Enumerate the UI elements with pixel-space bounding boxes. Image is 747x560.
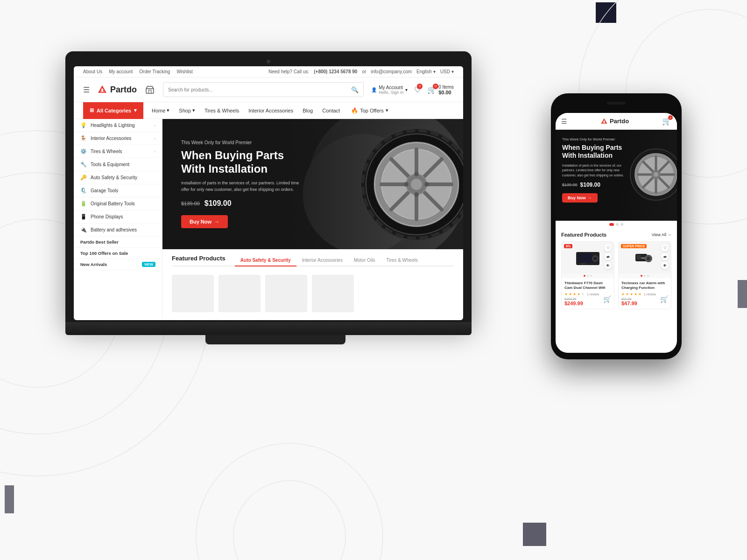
sidebar-item-battery-adhesives[interactable]: 🔌 Battery and adhesives xyxy=(74,224,162,237)
cart-button[interactable]: 🛒 0 0 Items $0.00 xyxy=(427,84,454,95)
dot-3[interactable] xyxy=(620,223,623,226)
phone-hero-new-price: $109.00 xyxy=(580,182,600,188)
dot-1[interactable] xyxy=(609,223,614,226)
phone-product-card-2[interactable]: SUPER PRICE ♡ ⇄ 👁 xyxy=(618,241,671,309)
tab-interior[interactable]: Interior Accessories xyxy=(296,255,348,266)
tab-motor-oils[interactable]: Motor Oils xyxy=(348,255,381,266)
phone-product-img-1: 8% ♡ ⇄ 👁 xyxy=(562,242,614,273)
tab-auto-safety[interactable]: Auto Safety & Security xyxy=(235,255,296,266)
phone-product-card-1[interactable]: 8% ♡ ⇄ 👁 xyxy=(561,241,614,309)
compare-action-1[interactable]: ⇄ xyxy=(604,253,612,260)
sidebar-phone-label: Phone Displays xyxy=(91,214,123,219)
nav-top-offers[interactable]: 🔥 Top Offers ▾ xyxy=(347,102,392,119)
nav-blog[interactable]: Blog xyxy=(299,102,317,119)
phone-logo-icon xyxy=(600,118,608,125)
nav-interior[interactable]: Interior Accessories xyxy=(245,102,297,119)
fire-icon: 🔥 xyxy=(351,107,358,114)
hero-cta-label: Buy Now xyxy=(190,219,211,224)
add-to-cart-1[interactable]: 🛒 xyxy=(603,295,611,303)
sidebar-tires-label: Tires & Wheels xyxy=(91,149,122,154)
product-card-placeholder-4[interactable] xyxy=(312,275,354,312)
product-card-placeholder-3[interactable] xyxy=(265,275,307,312)
svg-point-43 xyxy=(594,257,597,260)
hero-description: Installation of parts in the services of… xyxy=(181,180,303,193)
product-card-placeholder-2[interactable] xyxy=(218,275,261,312)
sidebar-item-tires[interactable]: ⚙️ Tires & Wheels › xyxy=(74,145,162,158)
view-action-1[interactable]: 👁 xyxy=(604,262,612,269)
star-icon: ★ xyxy=(630,292,633,296)
nav-home[interactable]: Home▾ xyxy=(148,102,173,119)
search-button[interactable]: 🔍 xyxy=(351,86,359,93)
arrow-right-icon: → xyxy=(214,219,219,224)
phone-cart-button[interactable]: 🛒 1 xyxy=(662,117,671,126)
phone-cart-badge: 1 xyxy=(668,115,673,120)
garage-icon: 🗜️ xyxy=(80,188,87,194)
svg-rect-41 xyxy=(578,253,592,263)
phone-logo[interactable]: Partdo xyxy=(600,118,629,125)
site-topbar: About Us My account Order Tracking Wishl… xyxy=(74,66,463,77)
topbar-order[interactable]: Order Tracking xyxy=(139,69,170,74)
svg-rect-30 xyxy=(604,120,605,123)
store-icon[interactable] xyxy=(144,84,155,95)
star-icon: ★ xyxy=(634,292,637,296)
add-to-cart-2[interactable]: 🛒 xyxy=(660,295,668,303)
phone-hero-cta-button[interactable]: Buy Now → xyxy=(562,193,598,203)
view-action-2[interactable]: 👁 xyxy=(661,262,669,269)
compare-action-2[interactable]: ⇄ xyxy=(661,253,669,260)
chevron-down-icon: ▾ xyxy=(405,87,408,92)
star-empty-icon: ★ xyxy=(581,292,585,296)
sidebar-new-arrivals[interactable]: New Arrivals NEW xyxy=(74,259,162,270)
svg-point-39 xyxy=(654,172,658,177)
topbar-account[interactable]: My account xyxy=(109,69,133,74)
wishlist-button[interactable]: ♡ 0 xyxy=(414,85,421,94)
nav-tires[interactable]: Tires & Wheels xyxy=(201,102,243,119)
chevron-right-icon: › xyxy=(154,123,155,128)
all-categories-button[interactable]: ⊞ All Categories ▾ xyxy=(83,102,143,119)
phone-product-list: 8% ♡ ⇄ 👁 xyxy=(561,241,671,309)
phone-product-new-2: $47.99 xyxy=(621,301,637,306)
language-selector[interactable]: English ▾ xyxy=(416,69,436,74)
chevron-down-icon: ▾ xyxy=(433,69,436,74)
topbar-links: About Us My account Order Tracking Wishl… xyxy=(83,69,193,74)
prod-dot-1-1 xyxy=(584,275,585,277)
dot-2[interactable] xyxy=(616,223,619,226)
wishlist-action-1[interactable]: ♡ xyxy=(604,244,612,252)
search-input[interactable] xyxy=(168,87,351,92)
site-logo[interactable]: Partdo xyxy=(97,84,137,95)
wishlist-badge: 0 xyxy=(417,84,423,89)
currency-selector[interactable]: USD ▾ xyxy=(440,69,454,74)
phone-view-all-button[interactable]: View All → xyxy=(652,232,671,237)
svg-point-22 xyxy=(414,172,419,176)
sidebar-item-safety[interactable]: 🔑 Auto Safety & Security xyxy=(74,171,162,184)
sidebar-item-phone[interactable]: 📱 Phone Displays xyxy=(74,210,162,224)
wishlist-action-2[interactable]: ♡ xyxy=(661,244,669,252)
sidebar-item-garage[interactable]: 🗜️ Garage Tools xyxy=(74,184,162,197)
product-card-placeholder-1[interactable] xyxy=(172,275,214,312)
phone-hamburger-icon[interactable]: ☰ xyxy=(561,118,567,125)
my-account-button[interactable]: 👤 My Account Hello, Sign in ▾ xyxy=(371,85,408,95)
logo-text: Partdo xyxy=(110,85,137,95)
phone-product-name-2: Technaxx car Alarm with Charging Functio… xyxy=(621,281,668,291)
sidebar-best-seller[interactable]: Partdo Best Seller xyxy=(74,237,162,248)
sidebar-top-100[interactable]: Top 100 Offers on Sale xyxy=(74,248,162,259)
sidebar-item-battery-tools[interactable]: 🔋 Original Battery Tools xyxy=(74,197,162,210)
hero-new-price: $109.00 xyxy=(204,199,232,208)
phone-view-all-label: View All xyxy=(652,232,666,237)
nav-shop[interactable]: Shop▾ xyxy=(175,102,199,119)
nav-contact[interactable]: Contact xyxy=(318,102,344,119)
svg-rect-44 xyxy=(581,263,585,265)
hero-cta-button[interactable]: Buy Now → xyxy=(181,215,228,228)
sidebar-item-headlights[interactable]: 💡 Headlights & Lighting › xyxy=(74,119,162,132)
hamburger-icon[interactable]: ☰ xyxy=(83,85,90,94)
my-account-label: My Account xyxy=(379,85,403,90)
topbar-about[interactable]: About Us xyxy=(83,69,102,74)
topbar-wishlist[interactable]: Wishlist xyxy=(176,69,192,74)
sidebar-item-tools[interactable]: 🔧 Tools & Equipment xyxy=(74,158,162,171)
or-text: or xyxy=(362,69,366,74)
svg-point-21 xyxy=(411,179,422,190)
cart-total: $0.00 xyxy=(438,90,454,95)
tab-tires-wheels[interactable]: Tires & Wheels xyxy=(381,255,423,266)
topbar-right: Need help? Call us: (+800) 1234 5678 90 … xyxy=(268,69,454,74)
phone-hero-old-price: $139.00 xyxy=(562,182,578,187)
sidebar-item-interior[interactable]: 🪑 Interior Accessories › xyxy=(74,132,162,145)
